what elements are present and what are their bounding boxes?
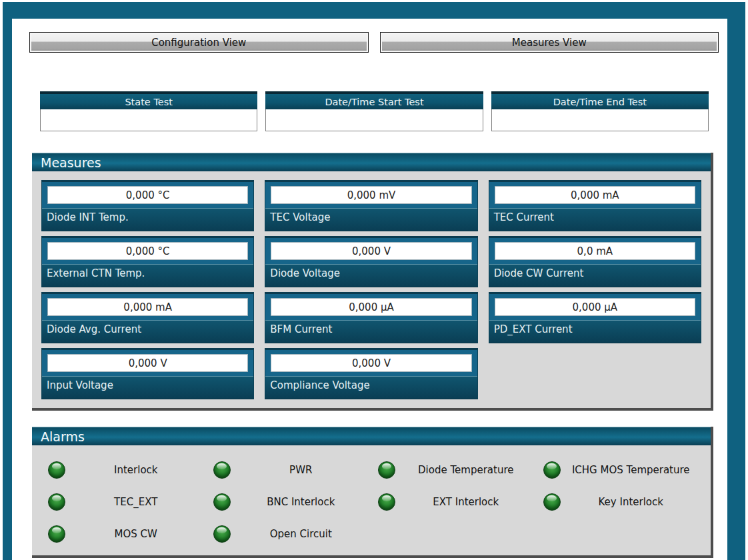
alarm-label: MOS CW xyxy=(65,528,207,540)
main-content: Configuration View Measures View State T… xyxy=(29,0,719,558)
alarms-grid: Interlock PWR Diode Temperature ICHG MOS… xyxy=(32,445,711,555)
alarms-panel-title: Alarms xyxy=(32,427,711,445)
measure-label: Diode CW Current xyxy=(489,264,701,287)
measure-label: TEC Current xyxy=(489,208,701,231)
alarm-tec-ext: TEC_EXT xyxy=(41,486,207,518)
alarm-led-icon xyxy=(543,461,561,479)
view-tabs: Configuration View Measures View xyxy=(29,32,719,53)
measure-bfm-current: 0,000 µA BFM Current xyxy=(265,292,477,343)
alarms-grid-empty-cell xyxy=(537,518,702,550)
alarm-label: Open Circuit xyxy=(231,528,372,540)
alarm-interlock: Interlock xyxy=(41,454,207,486)
alarm-led-icon xyxy=(378,461,395,479)
measure-value: 0,000 µA xyxy=(495,298,695,316)
measure-diode-voltage: 0,000 V Diode Voltage xyxy=(265,236,477,287)
measure-input-voltage: 0,000 V Input Voltage xyxy=(41,348,254,399)
measure-label: PD_EXT Current xyxy=(489,320,701,343)
measure-label: BFM Current xyxy=(265,320,477,343)
measure-value: 0,000 mA xyxy=(495,186,695,204)
status-value-state-test xyxy=(40,109,257,131)
alarm-label: TEC_EXT xyxy=(65,496,207,508)
status-field-end-test: Date/Time End Test xyxy=(491,91,709,131)
measure-diode-cw-current: 0,0 mA Diode CW Current xyxy=(489,236,701,287)
measure-label: External CTN Temp. xyxy=(42,264,253,287)
status-field-state-test: State Test xyxy=(40,91,257,131)
measure-label: Diode INT Temp. xyxy=(42,208,253,231)
measure-external-ctn-temp: 0,000 °C External CTN Temp. xyxy=(41,236,254,287)
status-field-start-test: Date/Time Start Test xyxy=(265,91,483,131)
alarm-diode-temperature: Diode Temperature xyxy=(371,454,537,486)
measure-tec-voltage: 0,000 mV TEC Voltage xyxy=(265,180,477,231)
alarm-label: ICHG MOS Temperature xyxy=(561,464,702,476)
measure-tec-current: 0,000 mA TEC Current xyxy=(489,180,701,231)
alarm-key-interlock: Key Interlock xyxy=(537,486,702,518)
alarm-label: BNC Interlock xyxy=(231,496,372,508)
measure-label: Diode Voltage xyxy=(265,264,477,287)
alarms-panel: Alarms Interlock PWR Diode Temperature I… xyxy=(32,427,713,558)
measure-value: 0,000 mA xyxy=(47,298,248,316)
measure-label: Compliance Voltage xyxy=(265,376,477,399)
alarm-led-icon xyxy=(213,493,231,511)
measures-panel-title: Measures xyxy=(32,153,711,171)
alarm-led-icon xyxy=(543,493,561,511)
measure-value: 0,000 V xyxy=(271,242,471,260)
measure-value: 0,000 µA xyxy=(271,298,471,316)
measure-label: Input Voltage xyxy=(42,376,253,399)
measure-value: 0,000 °C xyxy=(47,186,248,204)
alarm-led-icon xyxy=(213,525,231,543)
measure-value: 0,000 mV xyxy=(271,186,471,204)
alarm-led-icon xyxy=(48,525,65,543)
alarm-ichg-mos-temperature: ICHG MOS Temperature xyxy=(537,454,702,486)
alarm-led-icon xyxy=(48,493,65,511)
alarm-led-icon xyxy=(48,461,65,479)
test-status-row: State Test Date/Time Start Test Date/Tim… xyxy=(40,91,709,131)
measure-value: 0,000 °C xyxy=(47,242,248,260)
alarm-bnc-interlock: BNC Interlock xyxy=(207,486,372,518)
measure-value: 0,000 V xyxy=(47,354,248,372)
status-header-state-test: State Test xyxy=(40,91,257,109)
measure-value: 0,000 V xyxy=(271,354,471,372)
alarm-open-circuit: Open Circuit xyxy=(207,518,372,550)
status-header-start-test: Date/Time Start Test xyxy=(265,91,483,109)
alarm-label: EXT Interlock xyxy=(395,496,537,508)
alarm-label: Diode Temperature xyxy=(395,464,537,476)
alarm-ext-interlock: EXT Interlock xyxy=(371,486,537,518)
measures-grid: 0,000 °C Diode INT Temp. 0,000 mV TEC Vo… xyxy=(32,171,711,408)
measure-diode-int-temp: 0,000 °C Diode INT Temp. xyxy=(41,180,254,231)
status-value-start-test xyxy=(265,109,483,131)
tab-measures-view-label: Measures View xyxy=(512,37,587,49)
alarm-mos-cw: MOS CW xyxy=(41,518,207,550)
status-value-end-test xyxy=(491,109,709,131)
measure-value: 0,0 mA xyxy=(495,242,695,260)
measures-grid-empty-cell xyxy=(489,348,701,399)
alarm-pwr: PWR xyxy=(207,454,372,486)
alarm-label: Key Interlock xyxy=(561,496,702,508)
tab-measures-view[interactable]: Measures View xyxy=(380,32,719,53)
measure-compliance-voltage: 0,000 V Compliance Voltage xyxy=(265,348,477,399)
alarm-led-icon xyxy=(213,461,231,479)
tab-configuration-view-label: Configuration View xyxy=(151,37,246,49)
measure-diode-avg-current: 0,000 mA Diode Avg. Current xyxy=(41,292,254,343)
alarm-label: Interlock xyxy=(65,464,207,476)
alarms-grid-empty-cell xyxy=(371,518,537,550)
alarm-label: PWR xyxy=(231,464,372,476)
measure-pd-ext-current: 0,000 µA PD_EXT Current xyxy=(489,292,701,343)
measure-label: TEC Voltage xyxy=(265,208,477,231)
measures-panel: Measures 0,000 °C Diode INT Temp. 0,000 … xyxy=(32,153,713,411)
measure-label: Diode Avg. Current xyxy=(42,320,253,343)
window-frame-right xyxy=(727,2,745,560)
alarm-led-icon xyxy=(378,493,395,511)
window-frame-left xyxy=(3,2,12,560)
status-header-end-test: Date/Time End Test xyxy=(491,91,709,109)
tab-configuration-view[interactable]: Configuration View xyxy=(29,32,369,53)
